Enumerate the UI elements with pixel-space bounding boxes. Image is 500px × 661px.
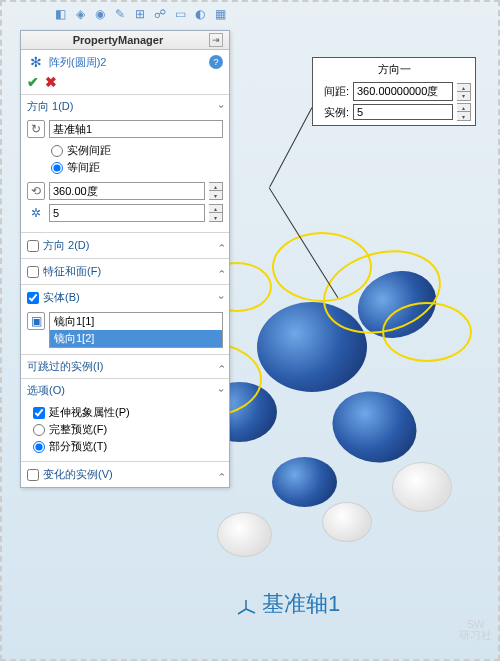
body-icon: ▣ [27, 312, 45, 330]
instances-value[interactable]: 5 [353, 104, 453, 120]
tool-icon[interactable]: ✎ [112, 6, 128, 22]
bodies-list[interactable]: 镜向1[1] 镜向1[2] [49, 312, 223, 348]
section-header-direction1[interactable]: 方向 1(D) › [21, 95, 229, 118]
property-manager-panel: PropertyManager ⇥ ✻ 阵列(圆周)2 ? ✔ ✖ 方向 1(D… [20, 30, 230, 488]
section-bodies: 实体(B) › ▣ 镜向1[1] 镜向1[2] [21, 284, 229, 354]
chevron-up-icon: › [216, 296, 227, 299]
tool-icon[interactable]: ◈ [72, 6, 88, 22]
axis-icon[interactable]: ↻ [27, 120, 45, 138]
tool-icon[interactable]: ▦ [212, 6, 228, 22]
circular-pattern-icon: ✻ [27, 53, 45, 71]
instances-icon: ✲ [27, 204, 45, 222]
watermark: SW 研习社 [459, 619, 492, 641]
section-direction1: 方向 1(D) › ↻ 基准轴1 实例间距 等间距 ⟲ 360.00度 ▴▾ [21, 94, 229, 232]
direction-callout[interactable]: 方向一 间距: 360.00000000度 ▴▾ 实例: 5 ▴▾ [312, 57, 476, 126]
section-header-options[interactable]: 选项(O) › [21, 379, 229, 402]
list-item[interactable]: 镜向1[1] [50, 313, 222, 330]
axis-label[interactable]: 基准轴1 [262, 589, 340, 619]
varied-checkbox[interactable] [27, 469, 39, 481]
angle-icon: ⟲ [27, 182, 45, 200]
chevron-down-icon: › [216, 473, 227, 476]
svg-line-1 [246, 609, 255, 613]
callout-title: 方向一 [317, 62, 471, 80]
origin-triad-icon [236, 599, 256, 621]
count-spinner[interactable]: ▴▾ [209, 204, 223, 222]
tool-icon[interactable]: ⊞ [132, 6, 148, 22]
extend-visual-checkbox[interactable] [33, 407, 45, 419]
radio-label: 等间距 [67, 160, 100, 175]
cancel-button[interactable]: ✖ [45, 74, 57, 90]
section-options: 选项(O) › 延伸视象属性(P) 完整预览(F) 部分预览(T) [21, 378, 229, 461]
check-label: 延伸视象属性(P) [49, 405, 130, 420]
instances-spinner[interactable]: ▴▾ [457, 103, 471, 121]
section-varied-instances: 变化的实例(V) › [21, 461, 229, 487]
tool-icon[interactable]: ▭ [172, 6, 188, 22]
ok-button[interactable]: ✔ [27, 74, 39, 90]
section-direction2: 方向 2(D) › [21, 232, 229, 258]
tool-icon[interactable]: ◧ [52, 6, 68, 22]
chevron-down-icon: › [216, 365, 227, 368]
spacing-spinner[interactable]: ▴▾ [457, 83, 471, 101]
chevron-up-icon: › [216, 105, 227, 108]
section-header-skip[interactable]: 可跳过的实例(I) › [21, 355, 229, 378]
full-preview-radio[interactable] [33, 424, 45, 436]
instances-label: 实例: [317, 105, 349, 120]
spacing-label: 间距: [317, 84, 349, 99]
section-header-bodies[interactable]: 实体(B) › [21, 285, 229, 310]
radio-label: 部分预览(T) [49, 439, 107, 454]
section-skip-instances: 可跳过的实例(I) › [21, 354, 229, 378]
panel-title: PropertyManager [73, 34, 163, 46]
partial-preview-radio[interactable] [33, 441, 45, 453]
angle-input[interactable]: 360.00度 [49, 182, 205, 200]
svg-line-2 [238, 609, 246, 614]
chevron-down-icon: › [216, 244, 227, 247]
help-icon[interactable]: ? [209, 55, 223, 69]
section-features-faces: 特征和面(F) › [21, 258, 229, 284]
tool-icon[interactable]: ◉ [92, 6, 108, 22]
list-item[interactable]: 镜向1[2] [50, 330, 222, 347]
radio-equal-spacing[interactable] [51, 162, 63, 174]
feature-name: 阵列(圆周)2 [49, 55, 106, 70]
count-input[interactable]: 5 [49, 204, 205, 222]
top-toolbar: ◧ ◈ ◉ ✎ ⊞ ☍ ▭ ◐ ▦ [52, 6, 228, 22]
direction2-checkbox[interactable] [27, 240, 39, 252]
tool-icon[interactable]: ☍ [152, 6, 168, 22]
spacing-value[interactable]: 360.00000000度 [353, 82, 453, 101]
bodies-checkbox[interactable] [27, 292, 39, 304]
features-checkbox[interactable] [27, 266, 39, 278]
panel-header: PropertyManager ⇥ [21, 31, 229, 50]
angle-spinner[interactable]: ▴▾ [209, 182, 223, 200]
section-header-features[interactable]: 特征和面(F) › [21, 259, 229, 284]
chevron-down-icon: › [216, 270, 227, 273]
section-header-direction2[interactable]: 方向 2(D) › [21, 233, 229, 258]
section-header-varied[interactable]: 变化的实例(V) › [21, 462, 229, 487]
chevron-up-icon: › [216, 389, 227, 392]
axis-field[interactable]: 基准轴1 [49, 120, 223, 138]
tool-icon[interactable]: ◐ [192, 6, 208, 22]
pin-icon[interactable]: ⇥ [209, 33, 223, 47]
radio-label: 实例间距 [67, 143, 111, 158]
radio-instance-spacing[interactable] [51, 145, 63, 157]
radio-label: 完整预览(F) [49, 422, 107, 437]
